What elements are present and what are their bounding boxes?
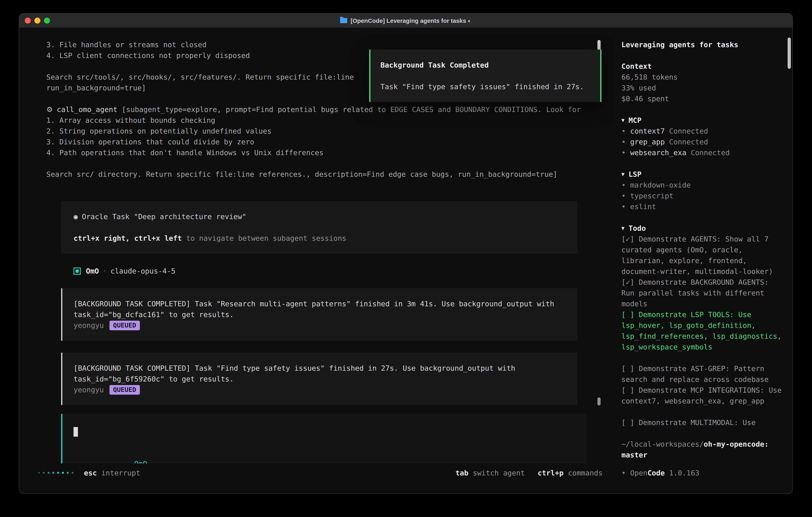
mcp-status: Connected <box>691 148 730 157</box>
agent-header: OmO · claude-opus-4-5 <box>74 266 598 276</box>
todo-item: [✓] Demonstrate BACKGROUND AGENTS: Run p… <box>621 277 783 309</box>
window-body: 3. File handles or streams not closed 4.… <box>19 28 792 493</box>
sidebar-footer: •OpenCode 1.0.163 <box>621 467 699 478</box>
context-used: 33% used <box>621 82 783 93</box>
todo-item: [ ] Demonstrate MCP INTEGRATIONS: Use co… <box>621 385 783 406</box>
lsp-name: markdown-oxide <box>630 181 691 189</box>
bullet-icon: • <box>621 181 626 189</box>
folder-icon <box>340 18 347 23</box>
context-section: Context 66,518 tokens 33% used $0.46 spe… <box>621 61 783 104</box>
context-tokens: 66,518 tokens <box>621 72 783 82</box>
window-title: [OpenCode] Leveraging agents for tasks ◐ <box>19 13 792 28</box>
todo-item: [ ] Demonstrate MULTIMODAL: Use <box>621 417 783 428</box>
triangle-down-icon: ▼ <box>621 223 625 234</box>
screen: [OpenCode] Leveraging agents for tasks ◐… <box>0 0 812 517</box>
hint-keys: ctrl+x right, ctrl+x left <box>74 234 182 242</box>
workspace-repo: oh-my-opencode: <box>704 440 768 448</box>
lsp-name: typescript <box>630 192 673 200</box>
text-cursor-icon <box>74 427 78 437</box>
context-heading: Context <box>621 61 783 72</box>
workspace-path: ~/local-workspaces/oh-my-opencode: maste… <box>621 439 783 460</box>
prompt-input[interactable]: OmO Opus 4.5 Anthropic <box>61 414 587 466</box>
mcp-heading-label: MCP <box>629 116 642 124</box>
hint-text: to navigate between subagent sessions <box>182 234 346 242</box>
tool-call-list-item: 3. Division operations that could divide… <box>46 136 598 147</box>
tab-label: switch agent <box>473 467 525 478</box>
separator-dot: · <box>103 266 107 276</box>
bullet-icon: • <box>621 148 626 157</box>
triangle-down-icon: ▼ <box>621 169 625 180</box>
lsp-item: •eslint <box>621 201 783 212</box>
branch-name: master <box>621 450 783 460</box>
workspace-line: ~/local-workspaces/oh-my-opencode: <box>621 439 783 450</box>
lsp-item: •markdown-oxide <box>621 180 783 190</box>
queued-badge: QUEUED <box>110 321 140 330</box>
blank-line <box>46 158 598 169</box>
mcp-name: websearch_exa <box>630 148 687 157</box>
workspace-prefix: ~/local-workspaces/ <box>621 440 704 448</box>
sidebar-title: Leveraging agents for tasks <box>621 39 783 50</box>
spinner-icon <box>38 467 74 478</box>
tool-call-list-item: 4. Path operations that don't handle Win… <box>46 147 598 158</box>
brand-code: Code <box>647 469 665 477</box>
model-name: claude-opus-4-5 <box>111 266 175 276</box>
blank-line <box>621 352 783 363</box>
main-terminal: 3. File handles or streams not closed 4.… <box>19 28 613 493</box>
mcp-status: Connected <box>669 127 708 135</box>
oracle-title-line: ◉Oracle Task "Deep architecture review" <box>74 211 570 222</box>
esc-hint: escinterrupt <box>84 467 140 478</box>
message-card: [BACKGROUND TASK COMPLETED] Task "Find t… <box>61 353 577 405</box>
terminal-line: 3. File handles or streams not closed <box>46 39 598 50</box>
sidebar-scrollbar-thumb[interactable] <box>788 37 791 69</box>
input-line <box>74 426 579 437</box>
scrollbar-thumb[interactable] <box>598 398 601 405</box>
sidebar: Leveraging agents for tasks Context 66,5… <box>613 28 792 493</box>
tab-hint: tabswitch agent <box>455 467 525 478</box>
blank-line <box>74 222 570 233</box>
blank-line <box>74 437 579 447</box>
brand-open: Open <box>630 469 647 477</box>
toast-notification: Background Task Completed Task "Find typ… <box>369 50 601 102</box>
close-button[interactable] <box>25 18 31 24</box>
task-id-line: task_id="bg_dcfac161" to get results. <box>74 309 570 320</box>
mcp-status: Connected <box>669 138 708 146</box>
todo-section: ▼Todo [✓] Demonstrate AGENTS: Show all 7… <box>621 223 783 428</box>
commands-label: commands <box>568 467 603 478</box>
lsp-heading-label: LSP <box>629 170 642 178</box>
mcp-section: ▼MCP •context7 Connected •grep_app Conne… <box>621 115 783 158</box>
todo-item: [ ] Demonstrate AST-GREP: Pattern search… <box>621 363 783 385</box>
lsp-name: eslint <box>630 202 656 211</box>
tool-call-list-item: 2. String operations on potentially unde… <box>46 126 598 136</box>
context-spent: $0.46 spent <box>621 93 783 104</box>
zoom-button[interactable] <box>44 18 50 24</box>
author-name: yeongyu <box>74 320 104 331</box>
toast-title: Background Task Completed <box>380 60 592 71</box>
minimize-button[interactable] <box>34 18 40 24</box>
bullet-icon: • <box>621 469 626 477</box>
tool-call-tail: Search src/ directory. Return specific f… <box>46 169 598 180</box>
message-meta: yeongyu QUEUED <box>74 320 570 331</box>
blank-line <box>380 71 592 81</box>
queued-badge: QUEUED <box>110 385 140 394</box>
todo-heading[interactable]: ▼Todo <box>621 223 783 234</box>
bullet-icon: • <box>621 127 626 135</box>
tool-args: [subagent_type=explore, prompt=Find pote… <box>117 105 581 113</box>
agent-checkbox-icon <box>74 267 81 274</box>
mcp-item: •context7 Connected <box>621 126 783 136</box>
window-title-text: [OpenCode] Leveraging agents for tasks ◐ <box>351 15 471 26</box>
lsp-heading[interactable]: ▼LSP <box>621 169 783 180</box>
input-meta: OmO Opus 4.5 Anthropic <box>74 447 579 458</box>
esc-key: esc <box>84 467 97 478</box>
task-completed-line: [BACKGROUND TASK COMPLETED] Task "Resear… <box>74 298 570 309</box>
mcp-heading[interactable]: ▼MCP <box>621 115 783 126</box>
task-id-line: task_id="bg_6f59260c" to get results. <box>74 374 570 384</box>
tool-call-line: ⚙call_omo_agent [subagent_type=explore, … <box>46 104 598 115</box>
triangle-down-icon: ▼ <box>621 115 625 126</box>
oracle-task-panel: ◉Oracle Task "Deep architecture review" … <box>61 201 577 253</box>
oracle-title: Oracle Task "Deep architecture review" <box>82 212 246 221</box>
toast-body: Task "Find type safety issues" finished … <box>380 81 592 92</box>
todo-item: [ ] Demonstrate LSP TOOLS: Use lsp_hover… <box>621 309 783 352</box>
todo-item: [✓] Demonstrate AGENTS: Show all 7 curat… <box>621 234 783 277</box>
app-version: 1.0.163 <box>669 469 699 477</box>
subagent-hint-line: ctrl+x right, ctrl+x left to navigate be… <box>74 233 570 244</box>
